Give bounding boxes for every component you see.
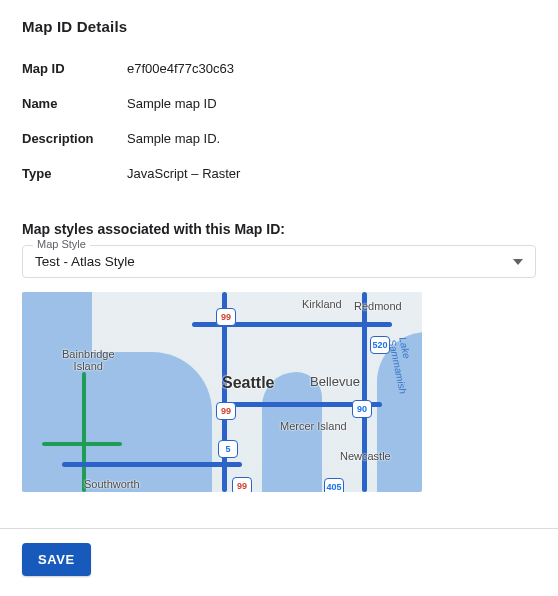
map-preview: 99 99 520 90 99 405 5 Seattle Bainbridge… <box>22 292 422 492</box>
route-shield: 5 <box>218 440 238 458</box>
table-row: Map ID e7f00e4f77c30c63 <box>22 51 536 86</box>
table-row: Name Sample map ID <box>22 86 536 121</box>
detail-label-name: Name <box>22 86 127 121</box>
save-button[interactable]: SAVE <box>22 543 91 576</box>
route-shield: 99 <box>216 308 236 326</box>
detail-value-type: JavaScript – Raster <box>127 156 536 191</box>
footer-bar: SAVE <box>0 528 558 596</box>
map-label-kirkland: Kirkland <box>302 298 342 310</box>
route-shield: 405 <box>324 478 344 492</box>
styles-section-title: Map styles associated with this Map ID: <box>22 221 536 237</box>
map-label-newcastle: Newcastle <box>340 450 391 462</box>
detail-label-description: Description <box>22 121 127 156</box>
map-label-bellevue: Bellevue <box>310 374 360 389</box>
map-style-select[interactable]: Map Style Test - Atlas Style <box>22 245 536 278</box>
table-row: Description Sample map ID. <box>22 121 536 156</box>
map-label-mercer: Mercer Island <box>280 420 347 432</box>
detail-label-type: Type <box>22 156 127 191</box>
map-style-selected-value: Test - Atlas Style <box>35 252 523 269</box>
page-title: Map ID Details <box>22 18 536 35</box>
detail-value-map-id: e7f00e4f77c30c63 <box>127 51 536 86</box>
details-table: Map ID e7f00e4f77c30c63 Name Sample map … <box>22 51 536 191</box>
map-label-bainbridge: Bainbridge Island <box>62 348 115 372</box>
table-row: Type JavaScript – Raster <box>22 156 536 191</box>
map-style-floating-label: Map Style <box>33 238 90 250</box>
map-label-redmond: Redmond <box>354 300 402 312</box>
map-label-southworth: Southworth <box>84 478 140 490</box>
detail-value-name: Sample map ID <box>127 86 536 121</box>
map-label-seattle: Seattle <box>222 374 274 392</box>
route-shield: 99 <box>232 477 252 492</box>
detail-value-description: Sample map ID. <box>127 121 536 156</box>
route-shield: 90 <box>352 400 372 418</box>
chevron-down-icon <box>513 259 523 265</box>
detail-label-map-id: Map ID <box>22 51 127 86</box>
route-shield: 99 <box>216 402 236 420</box>
